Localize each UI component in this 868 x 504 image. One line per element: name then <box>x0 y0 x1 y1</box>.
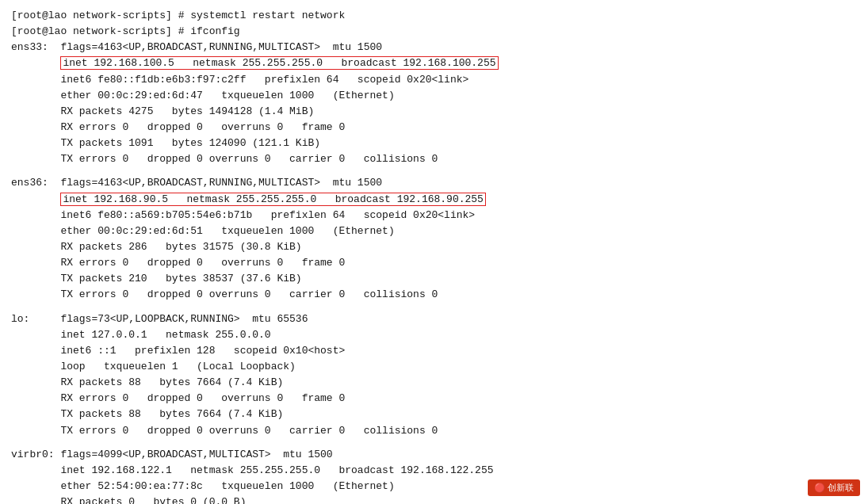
terminal-line-ens33-inet: inet 192.168.100.5 netmask 255.255.255.0… <box>11 55 857 71</box>
terminal-line-ens36-inet6: inet6 fe80::a569:b705:54e6:b71b prefixle… <box>11 208 857 223</box>
terminal-line-virbr0-inet: inet 192.168.122.1 netmask 255.255.255.0… <box>11 463 857 479</box>
terminal-line-lo-rx2: RX errors 0 dropped 0 overruns 0 frame 0 <box>11 391 857 407</box>
section-gap <box>11 439 857 447</box>
section-gap <box>11 304 857 311</box>
terminal-line-ens33-rx2: RX errors 0 dropped 0 overruns 0 frame 0 <box>11 120 857 136</box>
terminal-line-ens36-rx2: RX errors 0 dropped 0 overruns 0 frame 0 <box>11 255 857 271</box>
watermark-text: 创新联 <box>828 483 854 492</box>
terminal-line-ens36-flags: ens36: flags=4163<UP,BROADCAST,RUNNING,M… <box>11 175 857 191</box>
terminal-line-virbr0-flags: virbr0: flags=4099<UP,BROADCAST,MULTICAS… <box>11 447 857 463</box>
terminal-line-ens33-flags: ens33: flags=4163<UP,BROADCAST,RUNNING,M… <box>11 40 857 55</box>
terminal-line-virbr0-rx1: RX packets 0 bytes 0 (0.0 B) <box>11 494 857 504</box>
terminal-line-lo-inet6: inet6 ::1 prefixlen 128 scopeid 0x10<hos… <box>11 343 857 359</box>
terminal-line-ens36-inet: inet 192.168.90.5 netmask 255.255.255.0 … <box>11 192 857 208</box>
terminal-line-ens33-ether: ether 00:0c:29:ed:6d:47 txqueuelen 1000 … <box>11 88 857 104</box>
terminal-line-ens33-rx1: RX packets 4275 bytes 1494128 (1.4 MiB) <box>11 104 857 120</box>
watermark-icon: 🔴 <box>814 483 825 492</box>
terminal-line-lo-rx1: RX packets 88 bytes 7664 (7.4 KiB) <box>11 375 857 391</box>
watermark-badge: 🔴 创新联 <box>808 479 860 496</box>
terminal-line-ens36-tx2: TX errors 0 dropped 0 overruns 0 carrier… <box>11 287 857 303</box>
terminal-line-ens36-ether: ether 00:0c:29:ed:6d:51 txqueuelen 1000 … <box>11 223 857 239</box>
terminal-line-ens36-rx1: RX packets 286 bytes 31575 (30.8 KiB) <box>11 239 857 255</box>
terminal-line-lo-inet: inet 127.0.0.1 netmask 255.0.0.0 <box>11 327 857 343</box>
terminal-line-ens36-tx1: TX packets 210 bytes 38537 (37.6 KiB) <box>11 271 857 287</box>
terminal-line-lo-loop: loop txqueuelen 1 (Local Loopback) <box>11 359 857 375</box>
terminal-line-cmd2: [root@lao network-scripts] # ifconfig <box>11 24 857 40</box>
terminal-line-cmd1: [root@lao network-scripts] # systemctl r… <box>11 8 857 24</box>
terminal-line-lo-flags: lo: flags=73<UP,LOOPBACK,RUNNING> mtu 65… <box>11 311 857 327</box>
terminal-output: [root@lao network-scripts] # systemctl r… <box>0 0 868 504</box>
highlight-inet-ens33-inet: inet 192.168.100.5 netmask 255.255.255.0… <box>60 56 498 70</box>
terminal-line-lo-tx2: TX errors 0 dropped 0 overruns 0 carrier… <box>11 423 857 439</box>
terminal-line-ens33-tx2: TX errors 0 dropped 0 overruns 0 carrier… <box>11 151 857 167</box>
terminal-line-ens33-inet6: inet6 fe80::f1db:e6b3:f97:c2ff prefixlen… <box>11 72 857 88</box>
terminal-line-lo-tx1: TX packets 88 bytes 7664 (7.4 KiB) <box>11 407 857 422</box>
section-gap <box>11 167 857 175</box>
terminal-line-ens33-tx1: TX packets 1091 bytes 124090 (121.1 KiB) <box>11 136 857 151</box>
terminal-line-virbr0-ether: ether 52:54:00:ea:77:8c txqueuelen 1000 … <box>11 479 857 494</box>
highlight-inet-ens36-inet: inet 192.168.90.5 netmask 255.255.255.0 … <box>60 193 486 206</box>
